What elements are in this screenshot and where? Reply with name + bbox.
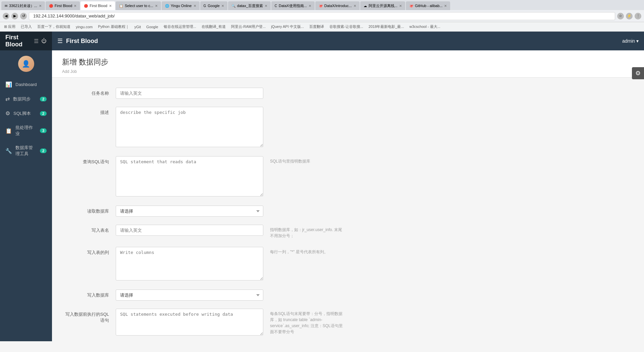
hint-query-sql: SQL语句里指明数据库 — [270, 156, 310, 164]
sidebar-badge-db-tools: 2 — [40, 148, 47, 153]
tab-close-3[interactable]: ✕ — [155, 4, 158, 8]
bookmark-imported[interactable]: 已导入 — [19, 24, 33, 30]
bookmark-jquery[interactable]: jQuery API 中文版... — [270, 24, 305, 30]
bookmark-w3c[interactable]: w3cschool - 最大... — [408, 24, 442, 30]
label-query-sql: 查询SQL语句 — [62, 156, 116, 165]
reload-button[interactable]: ↺ — [20, 13, 27, 19]
tab-2[interactable]: 🔴 First Blood ✕ — [80, 1, 115, 10]
tab-favicon-5: G — [204, 4, 206, 8]
input-write-table[interactable] — [116, 225, 263, 236]
bookmark-yingu[interactable]: yingu.com — [74, 24, 94, 30]
add-job-form: 任务名称 描述 查询SQL语句 — [52, 78, 421, 341]
tab-9[interactable]: ☁ 阿里云开源离线... ✕ — [360, 1, 405, 10]
tab-4[interactable]: 🌐 Yingu Online ✕ — [162, 1, 200, 10]
form-row-write-columns: 写入表的列 每行一列，"*" 星号代表所有列。 — [62, 247, 411, 281]
control-read-db: 请选择 — [116, 206, 263, 217]
label-read-db: 读取数据库 — [62, 206, 116, 214]
bookmark-ygit[interactable]: yGit — [133, 24, 143, 30]
sidebar-badge-data-sync: 2 — [40, 97, 47, 101]
bookmark-baidu[interactable]: 百度一下，你就知道 — [36, 24, 72, 30]
bookmarks-bar: ⊞ 应用 已导入 百度一下，你就知道 yingu.com Python 基础教程… — [0, 22, 644, 32]
bookmark-aliyun-ram[interactable]: 阿里云-RAM用户登... — [230, 24, 267, 30]
settings-icon[interactable]: ⚙ — [632, 67, 644, 79]
forward-button[interactable]: ▶ — [11, 13, 18, 19]
batch-icon: 📋 — [5, 128, 12, 134]
tab-favicon-6: 🔍 — [231, 4, 235, 8]
bookmark-movies[interactable]: 2018年最新电影_最... — [367, 24, 406, 30]
sidebar-item-dashboard[interactable]: 📊 Dashboard — [0, 77, 52, 92]
tab-close-6[interactable]: ✕ — [265, 4, 267, 8]
tab-close-2[interactable]: ✕ — [109, 4, 112, 8]
data-sync-icon: ⇄ — [5, 96, 10, 102]
back-button[interactable]: ◀ — [3, 13, 9, 19]
textarea-query-sql[interactable] — [116, 156, 263, 196]
select-write-db[interactable]: 请选择 — [116, 290, 263, 301]
tab-label-0: 33621封未读）... — [9, 3, 37, 8]
tab-close-1[interactable]: ✕ — [74, 4, 76, 8]
tab-8[interactable]: 🐙 DataX/introduc... ✕ — [315, 1, 360, 10]
sidebar-item-data-sync[interactable]: ⇄ 数据同步 2 — [0, 92, 52, 106]
menu-button[interactable]: ⋮ — [635, 13, 641, 19]
hamburger-icon[interactable]: ☰ — [34, 38, 39, 44]
db-tools-icon: 🔧 — [5, 148, 12, 154]
textarea-description[interactable] — [116, 107, 263, 147]
tab-close-0[interactable]: ✕ — [39, 4, 42, 8]
bookmark-google-search[interactable]: 谷歌搜索-让谷歌搜... — [328, 24, 365, 30]
page-header: 新增 数据同步 Add Job — [52, 50, 644, 78]
address-input[interactable] — [29, 12, 615, 20]
bookmark-button[interactable]: ☆ — [617, 13, 624, 19]
tab-5[interactable]: G Google ✕ — [200, 1, 227, 10]
bookmark-apps[interactable]: ⊞ 应用 — [3, 24, 17, 30]
form-row-read-db: 读取数据库 请选择 — [62, 206, 411, 217]
bookmark-google[interactable]: Google — [145, 24, 159, 30]
topbar-user[interactable]: admin ▾ — [622, 38, 639, 44]
textarea-pre-sql[interactable] — [116, 309, 263, 336]
sidebar-item-db-tools[interactable]: 🔧 数据库管理工具 2 — [0, 141, 52, 161]
form-row-task-name: 任务名称 — [62, 88, 411, 99]
label-task-name: 任务名称 — [62, 88, 116, 96]
tab-close-4[interactable]: ✕ — [194, 4, 196, 8]
tab-favicon-2: 🔴 — [84, 4, 88, 8]
control-pre-sql — [116, 309, 263, 337]
tab-favicon-3: 📋 — [119, 4, 123, 8]
select-read-db[interactable]: 请选择 — [116, 206, 263, 217]
tab-7[interactable]: C DataX使用指南... ✕ — [271, 1, 315, 10]
sidebar-badge-sql: 2 — [40, 111, 47, 116]
sidebar-item-batch[interactable]: 📋 批处理作业 3 — [0, 121, 52, 141]
topbar-menu-icon[interactable]: ☰ — [57, 37, 63, 45]
tab-3[interactable]: 📋 Select user to c... ✕ — [116, 1, 161, 10]
form-row-write-db: 写入数据库 请选择 — [62, 290, 411, 301]
bookmark-yinggu-ops[interactable]: 银谷在线运营管理... — [162, 24, 198, 30]
tab-close-8[interactable]: ✕ — [354, 4, 356, 8]
bookmark-youdao[interactable]: 在线翻译_有道 — [200, 24, 227, 30]
tab-close-5[interactable]: ✕ — [221, 4, 224, 8]
bookmark-python[interactable]: Python 基础教程｜ — [97, 24, 130, 30]
power-icon[interactable]: ⏻ — [41, 38, 47, 44]
sidebar-item-sql[interactable]: ⚙ SQL脚本 2 — [0, 106, 52, 121]
address-bar: ◀ ▶ ↺ ☆ ⚡ ⋮ — [0, 10, 644, 22]
tab-label-8: DataX/introduc... — [324, 4, 352, 8]
tab-close-10[interactable]: ✕ — [444, 4, 447, 8]
tab-1[interactable]: 🔴 First Blood ✕ — [46, 1, 80, 10]
tab-favicon-8: 🐙 — [319, 4, 323, 8]
sidebar-item-label-data-sync: 数据同步 — [13, 96, 37, 102]
sql-icon: ⚙ — [5, 110, 10, 117]
sidebar-nav: 📊 Dashboard ⇄ 数据同步 2 ⚙ SQL脚本 2 📋 批处理作业 3… — [0, 77, 52, 341]
tab-close-7[interactable]: ✕ — [309, 4, 311, 8]
tab-close-9[interactable]: ✕ — [399, 4, 402, 8]
bookmark-baidu-trans[interactable]: 百度翻译 — [308, 24, 325, 30]
app-container: First Blood ☰ ⏻ 👤 📊 Dashboard ⇄ 数据同步 2 ⚙… — [0, 32, 644, 341]
sidebar-avatar-area: 👤 — [0, 50, 52, 77]
textarea-write-columns[interactable] — [116, 247, 263, 280]
label-write-db: 写入数据库 — [62, 290, 116, 298]
dashboard-icon: 📊 — [5, 81, 12, 88]
tab-10[interactable]: 🐙 GitHub - alibab... ✕ — [406, 1, 450, 10]
form-row-query-sql: 查询SQL语句 SQL语句里指明数据库 — [62, 156, 411, 197]
tab-label-5: Google — [208, 4, 219, 8]
tab-label-2: First Blood — [90, 4, 107, 8]
input-task-name[interactable] — [116, 88, 263, 99]
tab-6[interactable]: 🔍 datax_百度搜索 ✕ — [228, 1, 271, 10]
label-write-table: 写入表名 — [62, 225, 116, 233]
extensions-button[interactable]: ⚡ — [626, 13, 633, 19]
tab-0[interactable]: ✉ 33621封未读）... ✕ — [1, 1, 45, 10]
